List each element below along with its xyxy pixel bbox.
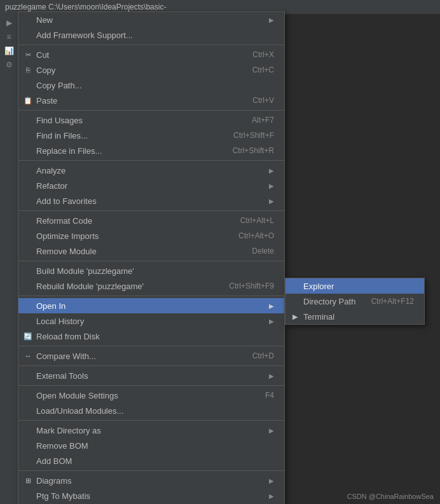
menu-arrow-ptg-to-mybatis: ▶ bbox=[269, 493, 274, 500]
separator-after-load-unload-modules bbox=[18, 420, 284, 421]
menu-label-remove-module: Remove Module bbox=[36, 247, 239, 256]
menu-item-refactor[interactable]: Refactor▶ bbox=[18, 178, 284, 193]
menu-icon-compare-with: ↔ bbox=[22, 352, 34, 360]
menu-shortcut-compare-with: Ctrl+D bbox=[252, 351, 274, 360]
menu-shortcut-optimize-imports: Ctrl+Alt+O bbox=[238, 231, 274, 240]
submenu-item-explorer[interactable]: Explorer bbox=[285, 278, 424, 294]
menu-item-find-usages[interactable]: Find UsagesAlt+F7 bbox=[18, 112, 284, 128]
menu-item-open-module-settings[interactable]: Open Module SettingsF4 bbox=[18, 388, 284, 403]
menu-item-optimize-imports[interactable]: Optimize ImportsCtrl+Alt+O bbox=[18, 228, 284, 243]
menu-item-ptg-to-mybatis[interactable]: Ptg To Mybatis▶ bbox=[18, 488, 284, 503]
menu-item-mark-directory-as[interactable]: Mark Directory as▶ bbox=[18, 423, 284, 438]
menu-item-copy-path[interactable]: Copy Path... bbox=[18, 78, 284, 93]
menu-item-remove-module[interactable]: Remove ModuleDelete bbox=[18, 243, 284, 259]
submenu-label-explorer: Explorer bbox=[303, 282, 414, 291]
menu-label-copy: Copy bbox=[36, 65, 240, 75]
menu-item-rebuild-module[interactable]: Rebuild Module 'puzzlegame'Ctrl+Shift+F9 bbox=[18, 278, 284, 294]
menu-label-copy-path: Copy Path... bbox=[36, 81, 274, 90]
separator-after-replace-in-files bbox=[18, 160, 284, 161]
menu-item-copy[interactable]: ⎘CopyCtrl+C bbox=[18, 62, 284, 78]
separator-after-add-bom bbox=[18, 470, 284, 471]
menu-shortcut-open-module-settings: F4 bbox=[265, 391, 274, 400]
menu-label-open-in: Open In bbox=[36, 301, 264, 311]
menu-item-paste[interactable]: 📋PasteCtrl+V bbox=[18, 93, 284, 108]
sidebar-icon-2[interactable]: ≡ bbox=[3, 31, 15, 43]
menu-label-local-history: Local History bbox=[36, 317, 264, 326]
menu-arrow-external-tools: ▶ bbox=[269, 372, 274, 379]
menu-shortcut-copy: Ctrl+C bbox=[252, 65, 274, 74]
menu-label-add-framework: Add Framework Support... bbox=[36, 31, 274, 40]
menu-shortcut-find-usages: Alt+F7 bbox=[252, 116, 274, 125]
menu-arrow-add-to-favorites: ▶ bbox=[269, 198, 274, 205]
menu-label-diagrams: Diagrams bbox=[36, 476, 264, 486]
menu-shortcut-remove-module: Delete bbox=[252, 247, 274, 255]
menu-label-refactor: Refactor bbox=[36, 181, 264, 191]
menu-item-cut[interactable]: ✂CutCtrl+X bbox=[18, 47, 284, 62]
submenu-item-terminal[interactable]: ▶Terminal bbox=[285, 309, 424, 324]
menu-item-reload-from-disk[interactable]: 🔄Reload from Disk bbox=[18, 329, 284, 344]
sidebar-icon-1[interactable]: ▶ bbox=[3, 17, 15, 29]
menu-label-compare-with: Compare With... bbox=[36, 351, 240, 361]
menu-item-new[interactable]: New▶ bbox=[18, 12, 284, 27]
menu-label-build-module: Build Module 'puzzlegame' bbox=[36, 266, 274, 276]
menu-item-local-history[interactable]: Local History▶ bbox=[18, 313, 284, 329]
menu-item-replace-in-files[interactable]: Replace in Files...Ctrl+Shift+R bbox=[18, 143, 284, 158]
menu-label-load-unload-modules: Load/Unload Modules... bbox=[36, 406, 274, 416]
menu-icon-diagrams: ⊞ bbox=[22, 477, 34, 485]
menu-label-rebuild-module: Rebuild Module 'puzzlegame' bbox=[36, 282, 216, 291]
menu-arrow-local-history: ▶ bbox=[269, 318, 274, 325]
sidebar: ▶ ≡ 📊 ⚙ bbox=[0, 14, 18, 504]
menu-shortcut-cut: Ctrl+X bbox=[252, 50, 274, 59]
menu-icon-reload-from-disk: 🔄 bbox=[22, 332, 34, 341]
menu-icon-copy: ⎘ bbox=[22, 66, 34, 74]
menu-arrow-new: ▶ bbox=[269, 17, 274, 24]
menu-label-open-module-settings: Open Module Settings bbox=[36, 391, 252, 400]
menu-arrow-refactor: ▶ bbox=[269, 182, 274, 189]
menu-item-add-bom[interactable]: Add BOM bbox=[18, 453, 284, 468]
submenu-item-directory-path[interactable]: Directory PathCtrl+Alt+F12 bbox=[285, 294, 424, 309]
menu-shortcut-paste: Ctrl+V bbox=[252, 96, 274, 105]
sidebar-icon-3[interactable]: 📊 bbox=[3, 44, 15, 57]
menu-label-add-to-favorites: Add to Favorites bbox=[36, 196, 264, 206]
menu-label-optimize-imports: Optimize Imports bbox=[36, 231, 226, 241]
menu-item-external-tools[interactable]: External Tools▶ bbox=[18, 368, 284, 383]
menu-label-add-bom: Add BOM bbox=[36, 456, 274, 466]
menu-label-paste: Paste bbox=[36, 96, 240, 106]
menu-item-find-in-files[interactable]: Find in Files...Ctrl+Shift+F bbox=[18, 128, 284, 143]
menu-label-new: New bbox=[36, 15, 264, 25]
menu-item-add-to-favorites[interactable]: Add to Favorites▶ bbox=[18, 193, 284, 208]
menu-shortcut-rebuild-module: Ctrl+Shift+F9 bbox=[229, 282, 274, 290]
sidebar-icon-4[interactable]: ⚙ bbox=[3, 58, 15, 71]
menu-item-reformat-code[interactable]: Reformat CodeCtrl+Alt+L bbox=[18, 213, 284, 228]
menu-item-add-framework[interactable]: Add Framework Support... bbox=[18, 27, 284, 43]
menu-label-replace-in-files: Replace in Files... bbox=[36, 146, 220, 156]
menu-label-mark-directory-as: Mark Directory as bbox=[36, 426, 264, 435]
menu-shortcut-replace-in-files: Ctrl+Shift+R bbox=[233, 146, 274, 155]
project-title: puzzlegame C:\Users\moon\IdeaProjects\ba… bbox=[5, 3, 166, 11]
menu-arrow-diagrams: ▶ bbox=[269, 477, 274, 484]
menu-item-remove-bom[interactable]: Remove BOM bbox=[18, 438, 284, 453]
menu-label-external-tools: External Tools bbox=[36, 371, 264, 381]
menu-arrow-open-in: ▶ bbox=[269, 303, 274, 310]
menu-shortcut-reformat-code: Ctrl+Alt+L bbox=[240, 216, 274, 225]
menu-label-remove-bom: Remove BOM bbox=[36, 441, 274, 451]
menu-item-open-in[interactable]: Open In▶ bbox=[18, 298, 284, 313]
separator-after-external-tools bbox=[18, 385, 284, 386]
menu-icon-cut: ✂ bbox=[22, 51, 34, 59]
menu-shortcut-find-in-files: Ctrl+Shift+F bbox=[233, 131, 274, 140]
separator-after-add-framework bbox=[18, 44, 284, 45]
submenu-shortcut-directory-path: Ctrl+Alt+F12 bbox=[371, 297, 414, 306]
menu-label-find-in-files: Find in Files... bbox=[36, 131, 221, 140]
menu-label-find-usages: Find Usages bbox=[36, 116, 239, 125]
menu-item-compare-with[interactable]: ↔Compare With...Ctrl+D bbox=[18, 348, 284, 364]
menu-label-cut: Cut bbox=[36, 50, 240, 60]
menu-item-load-unload-modules[interactable]: Load/Unload Modules... bbox=[18, 403, 284, 418]
separator-after-paste bbox=[18, 110, 284, 111]
menu-item-build-module[interactable]: Build Module 'puzzlegame' bbox=[18, 263, 284, 278]
separator-after-reload-from-disk bbox=[18, 346, 284, 346]
menu-item-analyze[interactable]: Analyze▶ bbox=[18, 163, 284, 178]
menu-item-diagrams[interactable]: ⊞Diagrams▶ bbox=[18, 473, 284, 488]
submenu-open-in: ExplorerDirectory PathCtrl+Alt+F12▶Termi… bbox=[285, 278, 425, 325]
submenu-icon-terminal: ▶ bbox=[289, 313, 301, 321]
menu-arrow-mark-directory-as: ▶ bbox=[269, 427, 274, 434]
